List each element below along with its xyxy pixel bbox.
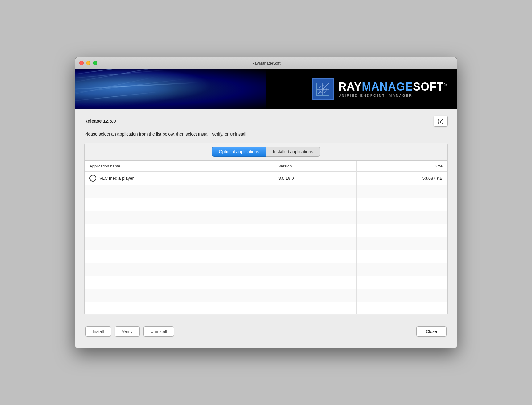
help-button[interactable]: (?): [434, 116, 448, 127]
close-window-button[interactable]: [79, 61, 84, 65]
logo-svg: [315, 82, 330, 97]
logo-subtitle: UNIFIED ENDPOINT MANAGER: [339, 94, 448, 97]
instruction-text: Please select an application from the li…: [84, 132, 448, 137]
logo-brand: RAYMANAGESOFT®: [339, 81, 448, 92]
logo-icon: [312, 78, 334, 100]
empty-row-5: [85, 237, 447, 250]
col-header-name: Application name: [85, 161, 273, 172]
table-row[interactable]: i VLC media player 3,0,18,0 53,087 KB: [85, 171, 447, 185]
empty-row-3: [85, 211, 447, 224]
empty-row-7: [85, 263, 447, 276]
traffic-lights: [79, 61, 97, 65]
empty-row-8: [85, 276, 447, 289]
empty-row-10: [85, 302, 447, 314]
title-bar: RayManageSoft: [75, 57, 457, 69]
info-icon[interactable]: i: [89, 175, 96, 182]
empty-row-9: [85, 289, 447, 302]
brand-ray: RAY: [339, 80, 362, 93]
logo-text: RAYMANAGESOFT® UNIFIED ENDPOINT MANAGER: [339, 81, 448, 97]
tabs-row: Optional applications Installed applicat…: [85, 143, 447, 161]
app-name: VLC media player: [99, 176, 134, 181]
install-button[interactable]: Install: [85, 326, 111, 337]
release-row: Release 12.5.0 (?): [84, 116, 448, 127]
brand-soft: SOFT: [413, 80, 444, 93]
tab-optional[interactable]: Optional applications: [212, 147, 266, 157]
tab-installed[interactable]: Installed applications: [266, 147, 320, 157]
table-container: Optional applications Installed applicat…: [84, 143, 448, 315]
app-version: 3,0,18,0: [273, 171, 357, 185]
brand-manage: MANAGE: [362, 80, 413, 93]
subtitle-line2: MANAGER: [389, 94, 413, 97]
close-button[interactable]: Close: [416, 326, 447, 337]
release-label: Release 12.5.0: [84, 118, 116, 124]
app-table: Application name Version Size i VLC medi…: [85, 161, 447, 315]
app-size: 53,087 KB: [357, 171, 447, 185]
svg-point-6: [322, 88, 324, 91]
logo-area: RAYMANAGESOFT® UNIFIED ENDPOINT MANAGER: [312, 78, 448, 100]
action-buttons: Install Verify Uninstall: [85, 326, 174, 337]
table-body: i VLC media player 3,0,18,0 53,087 KB: [85, 171, 447, 314]
brand-tm: ®: [444, 82, 448, 87]
col-header-size: Size: [357, 161, 447, 172]
empty-row-1: [85, 185, 447, 198]
window-title: RayManageSoft: [251, 61, 280, 65]
uninstall-button[interactable]: Uninstall: [143, 326, 174, 337]
table-header: Application name Version Size: [85, 161, 447, 172]
maximize-window-button[interactable]: [93, 61, 97, 65]
empty-row-6: [85, 250, 447, 263]
app-name-cell: i VLC media player: [85, 171, 273, 185]
subtitle-line1: UNIFIED ENDPOINT: [339, 94, 385, 97]
header-banner: RAYMANAGESOFT® UNIFIED ENDPOINT MANAGER: [75, 69, 457, 109]
content-area: Release 12.5.0 (?) Please select an appl…: [75, 109, 457, 348]
minimize-window-button[interactable]: [86, 61, 90, 65]
verify-button[interactable]: Verify: [115, 326, 140, 337]
main-window: RayManageSoft: [75, 57, 457, 348]
empty-row-4: [85, 224, 447, 237]
bottom-bar: Install Verify Uninstall Close: [84, 323, 448, 342]
col-header-version: Version: [273, 161, 357, 172]
empty-row-2: [85, 198, 447, 211]
streaks-decoration: [75, 69, 247, 109]
